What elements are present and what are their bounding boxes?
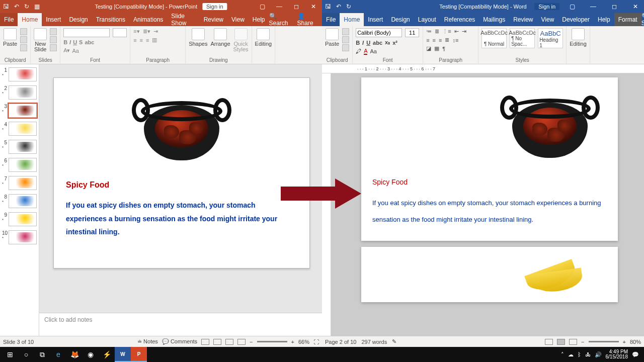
new-slide-button[interactable]: New Slide [34, 28, 47, 52]
start-button[interactable]: ⊞ [2, 347, 18, 362]
tab-review[interactable]: Review [200, 13, 227, 26]
columns-icon[interactable]: ▥ [152, 37, 157, 43]
numbering-icon[interactable]: ≣▾ [143, 28, 150, 35]
undo-icon[interactable]: ↶ [336, 3, 341, 10]
slide-thumbnail-8[interactable]: 8* [2, 194, 37, 208]
fit-window-icon[interactable]: ⛶ [313, 339, 319, 345]
style-heading1[interactable]: AaBbCHeading 1 [538, 28, 563, 48]
multilevel-icon[interactable]: ⋮≡ [442, 28, 451, 35]
paste-button[interactable]: Paste [325, 28, 339, 47]
tab-design[interactable]: Design [65, 13, 92, 26]
underline-button[interactable]: U [366, 40, 370, 46]
redo-icon[interactable]: ↻ [24, 3, 29, 10]
font-color-icon[interactable]: A [364, 48, 367, 55]
align-center-icon[interactable]: ≡ [140, 37, 143, 43]
style-nospacing[interactable]: AaBbCcDc¶ No Spac... [510, 28, 535, 48]
align-right-icon[interactable]: ≡ [439, 37, 442, 43]
slide-thumbnail-4[interactable]: 4* [2, 122, 37, 136]
sorter-view-icon[interactable] [213, 339, 221, 345]
font-name-field[interactable] [63, 28, 110, 37]
tray-chevron-icon[interactable]: ˄ [561, 351, 564, 358]
tab-file[interactable]: File [0, 13, 18, 26]
pp-search[interactable]: 🔍 Search [269, 13, 291, 27]
slide-thumbnail-3[interactable]: 3* [2, 104, 37, 118]
slide-thumbnail-panel[interactable]: 1*2*3*4*5*6*7*8*9*10* [0, 64, 39, 336]
minimize-icon[interactable]: — [585, 0, 602, 13]
cut-icon[interactable] [20, 28, 27, 35]
tab-mailings[interactable]: Mailings [479, 13, 509, 26]
maximize-icon[interactable]: ◻ [606, 0, 623, 13]
page[interactable] [361, 247, 618, 302]
read-mode-icon[interactable] [545, 339, 553, 345]
show-marks-icon[interactable]: ¶ [442, 46, 445, 52]
style-normal[interactable]: AaBbCcDc¶ Normal [481, 28, 507, 48]
slideshow-view-icon[interactable] [237, 339, 246, 345]
undo-icon[interactable]: ↶ [14, 3, 19, 10]
slide-thumbnail-9[interactable]: 9* [2, 212, 37, 226]
doc-body-text[interactable]: If you eat spicy dishes on empty stomach… [372, 195, 607, 228]
line-spacing-icon[interactable]: ↕≡ [452, 37, 458, 43]
slide-indicator[interactable]: Slide 3 of 10 [3, 339, 34, 345]
slide-body-text[interactable]: If you eat spicy dishes on empty stomach… [66, 199, 297, 239]
page[interactable]: Spicy Food If you eat spicy dishes on em… [361, 77, 618, 241]
task-view-icon[interactable]: ⧉ [34, 347, 50, 362]
edge-icon[interactable]: e [50, 347, 66, 362]
tab-format[interactable]: Format [614, 13, 641, 26]
shapes-button[interactable]: Shapes [189, 28, 207, 47]
slide-canvas[interactable]: Spicy Food If you eat spicy dishes on em… [53, 77, 310, 268]
font-color-icon[interactable]: A▾ [63, 47, 70, 54]
tab-slideshow[interactable]: Slide Show [167, 13, 199, 26]
tab-help[interactable]: Help [594, 13, 614, 26]
notes-pane[interactable]: Click to add notes [39, 313, 322, 336]
tab-insert[interactable]: Insert [364, 13, 387, 26]
font-size-field[interactable] [113, 28, 127, 37]
print-layout-icon[interactable] [557, 339, 565, 345]
notes-button[interactable]: ≐ Notes [137, 338, 158, 345]
slide-thumbnail-5[interactable]: 5* [2, 140, 37, 154]
maximize-icon[interactable]: ◻ [288, 0, 305, 13]
notification-icon[interactable]: 💬 [632, 351, 639, 358]
quick-styles-button[interactable]: Quick Styles [233, 28, 249, 52]
bullets-icon[interactable]: ≔ [426, 28, 432, 35]
italic-button[interactable]: I [69, 39, 71, 45]
slide-thumbnail-6[interactable]: 6* [2, 158, 37, 172]
tab-transitions[interactable]: Transitions [92, 13, 129, 26]
normal-view-icon[interactable] [201, 339, 209, 345]
web-layout-icon[interactable] [569, 339, 577, 345]
app-icon[interactable]: ⚡ [99, 347, 115, 362]
spell-check-icon[interactable]: ✎ [392, 338, 396, 345]
page-indicator[interactable]: Page 2 of 10 [325, 339, 356, 345]
cortana-icon[interactable]: ○ [18, 347, 34, 362]
redo-icon[interactable]: ↻ [346, 3, 351, 10]
zoom-in-button[interactable]: + [291, 339, 294, 345]
editing-button[interactable]: Editing [255, 28, 272, 47]
save-icon[interactable]: 🖫 [3, 3, 9, 10]
tab-references[interactable]: References [440, 13, 479, 26]
indent-icon[interactable]: ⇥ [153, 28, 158, 35]
tab-review[interactable]: Review [509, 13, 537, 26]
network-icon[interactable]: 🖧 [585, 351, 591, 357]
word-task-icon[interactable]: W [115, 347, 131, 362]
format-painter-icon[interactable] [342, 44, 349, 51]
cut-icon[interactable] [342, 28, 349, 35]
comments-button[interactable]: 💬 Comments [162, 338, 197, 345]
slide-heading[interactable]: Spicy Food [66, 180, 297, 190]
tab-animations[interactable]: Animations [129, 13, 167, 26]
tab-layout[interactable]: Layout [414, 13, 440, 26]
highlight-icon[interactable]: 🖍 [356, 48, 361, 54]
word-count[interactable]: 297 words [361, 339, 387, 345]
copy-icon[interactable] [20, 36, 27, 43]
bold-button[interactable]: B [356, 40, 360, 46]
ribbon-options-icon[interactable]: ▢ [564, 0, 581, 13]
section-icon[interactable] [50, 44, 57, 51]
bluetooth-icon[interactable]: ᛒ [578, 351, 581, 357]
shading-icon[interactable]: ◪ [426, 45, 431, 52]
close-icon[interactable]: ✕ [627, 0, 644, 13]
outdent-icon[interactable]: ⇤ [454, 28, 459, 35]
tab-home[interactable]: Home [18, 13, 42, 26]
format-painter-icon[interactable] [20, 44, 27, 51]
bold-button[interactable]: B [63, 39, 67, 45]
shadow-button[interactable]: S [79, 39, 83, 45]
zoom-in-button[interactable]: + [623, 339, 626, 345]
slide-thumbnail-2[interactable]: 2* [2, 85, 37, 100]
